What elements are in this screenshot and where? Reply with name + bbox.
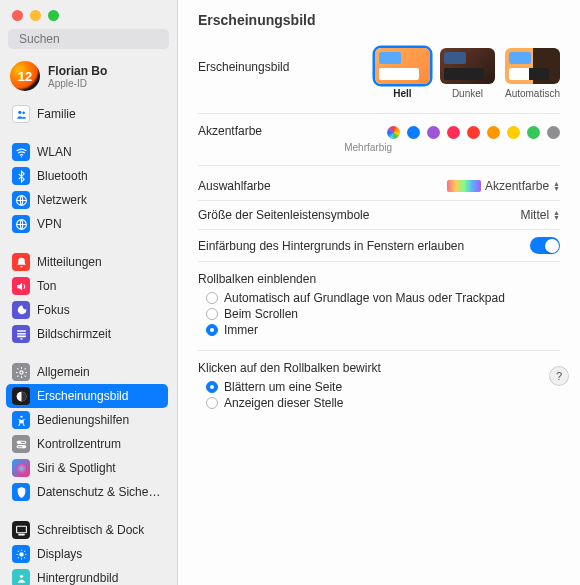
vpn-icon xyxy=(12,215,30,233)
network-icon xyxy=(12,191,30,209)
scrollbars-option[interactable]: Beim Scrollen xyxy=(198,306,560,322)
mode-preview xyxy=(440,48,495,84)
wlan-icon xyxy=(12,143,30,161)
accent-color-swatch[interactable] xyxy=(467,126,480,139)
appearance-mode-auto[interactable]: Automatisch xyxy=(505,48,560,99)
radio-label: Beim Scrollen xyxy=(224,307,298,321)
highlight-value: Akzentfarbe xyxy=(485,179,549,193)
accent-color-swatch[interactable] xyxy=(487,126,500,139)
scrollclick-option[interactable]: Blättern um eine Seite xyxy=(198,379,560,395)
settings-window: 12 Florian Bo Apple-ID FamilieWLANBlueto… xyxy=(0,0,580,585)
tinting-label: Einfärbung des Hintergrunds in Fenstern … xyxy=(198,239,464,253)
sidebar-item-wallpaper[interactable]: Hintergrundbild xyxy=(6,566,168,585)
sidebar-item-label: Bedienungshilfen xyxy=(37,413,129,427)
sidebar-item-label: Siri & Spotlight xyxy=(37,461,116,475)
wallpaper-icon xyxy=(12,569,30,585)
sidebar: 12 Florian Bo Apple-ID FamilieWLANBlueto… xyxy=(0,0,178,585)
accent-color-swatch[interactable] xyxy=(387,126,400,139)
notifications-icon xyxy=(12,253,30,271)
mode-preview xyxy=(505,48,560,84)
accent-color-swatch[interactable] xyxy=(407,126,420,139)
sidebar-icon-size-row: Größe der Seitenleistensymbole Mittel ▲▼ xyxy=(198,201,560,230)
sidebar-item-focus[interactable]: Fokus xyxy=(6,298,168,322)
svg-point-18 xyxy=(19,574,22,577)
privacy-icon xyxy=(12,483,30,501)
apple-id-sub: Apple-ID xyxy=(48,78,107,89)
radio-icon xyxy=(206,324,218,336)
svg-point-4 xyxy=(20,156,21,157)
sidebar-item-privacy[interactable]: Datenschutz & Sicherheit xyxy=(6,480,168,504)
radio-label: Automatisch auf Grundlage von Maus oder … xyxy=(224,291,505,305)
search-field[interactable] xyxy=(8,29,169,49)
sidebar-item-notifications[interactable]: Mitteilungen xyxy=(6,250,168,274)
sidebar-item-controlcenter[interactable]: Kontrollzentrum xyxy=(6,432,168,456)
accent-color-swatch[interactable] xyxy=(447,126,460,139)
accent-sublabel: Mehrfarbig xyxy=(198,142,560,153)
sidebar-item-family[interactable]: Familie xyxy=(6,102,168,126)
scrollbars-option[interactable]: Immer xyxy=(198,322,560,338)
general-icon xyxy=(12,363,30,381)
bluetooth-icon xyxy=(12,167,30,185)
sidebar-item-wlan[interactable]: WLAN xyxy=(6,140,168,164)
sound-icon xyxy=(12,277,30,295)
accent-color-swatch[interactable] xyxy=(527,126,540,139)
sidebar-item-accessibility[interactable]: Bedienungshilfen xyxy=(6,408,168,432)
svg-rect-16 xyxy=(18,533,25,535)
page-title: Erscheinungsbild xyxy=(178,0,580,44)
scrollbars-option[interactable]: Automatisch auf Grundlage von Maus oder … xyxy=(198,290,560,306)
search-input[interactable] xyxy=(19,32,169,46)
mode-preview xyxy=(375,48,430,84)
scrollclick-group: Klicken auf den Rollbalken bewirkt Blätt… xyxy=(198,351,560,423)
accent-row: Akzentfarbe Mehrfarbig xyxy=(198,124,560,166)
mode-label: Automatisch xyxy=(505,88,560,99)
accent-color-swatch[interactable] xyxy=(507,126,520,139)
sidebar-item-label: Erscheinungsbild xyxy=(37,389,128,403)
svg-point-12 xyxy=(18,441,20,443)
scrollclick-option[interactable]: Anzeigen dieser Stelle xyxy=(198,395,560,411)
help-button[interactable]: ? xyxy=(550,367,568,385)
sidebar-item-appearance[interactable]: Erscheinungsbild xyxy=(6,384,168,408)
content-pane: Erscheinungsbild Erscheinungsbild HellDu… xyxy=(178,0,580,585)
apple-id-name: Florian Bo xyxy=(48,64,107,78)
sidebar-item-general[interactable]: Allgemein xyxy=(6,360,168,384)
sidebar-icon-size-dropdown[interactable]: Mittel ▲▼ xyxy=(520,208,560,222)
zoom-icon[interactable] xyxy=(48,10,59,21)
accent-color-swatch[interactable] xyxy=(547,126,560,139)
highlight-dropdown[interactable]: Akzentfarbe ▲▼ xyxy=(447,179,560,193)
apple-id-row[interactable]: 12 Florian Bo Apple-ID xyxy=(0,57,177,99)
appearance-modes: HellDunkelAutomatisch xyxy=(375,48,560,99)
sidebar-item-label: Netzwerk xyxy=(37,193,87,207)
radio-label: Anzeigen dieser Stelle xyxy=(224,396,343,410)
sidebar-item-siri[interactable]: Siri & Spotlight xyxy=(6,456,168,480)
sidebar-item-bluetooth[interactable]: Bluetooth xyxy=(6,164,168,188)
sidebar-item-displays[interactable]: Displays xyxy=(6,542,168,566)
radio-icon xyxy=(206,308,218,320)
sidebar-item-vpn[interactable]: VPN xyxy=(6,212,168,236)
radio-label: Blättern um eine Seite xyxy=(224,380,342,394)
svg-rect-15 xyxy=(16,526,26,533)
highlight-label: Auswahlfarbe xyxy=(198,179,271,193)
sidebar-item-label: Fokus xyxy=(37,303,70,317)
accessibility-icon xyxy=(12,411,30,429)
sidebar-item-label: Mitteilungen xyxy=(37,255,102,269)
sidebar-item-network[interactable]: Netzwerk xyxy=(6,188,168,212)
sidebar-item-desktop-dock[interactable]: Schreibtisch & Dock xyxy=(6,518,168,542)
window-controls xyxy=(0,0,177,27)
tinting-toggle[interactable] xyxy=(530,237,560,254)
sidebar-item-label: Datenschutz & Sicherheit xyxy=(37,485,162,499)
appearance-mode-light[interactable]: Hell xyxy=(375,48,430,99)
sidebar-item-label: Allgemein xyxy=(37,365,90,379)
sidebar-item-screentime[interactable]: Bildschirmzeit xyxy=(6,322,168,346)
sidebar-list[interactable]: FamilieWLANBluetoothNetzwerkVPNMitteilun… xyxy=(0,99,177,585)
minimize-icon[interactable] xyxy=(30,10,41,21)
appearance-mode-dark[interactable]: Dunkel xyxy=(440,48,495,99)
sidebar-item-label: Displays xyxy=(37,547,82,561)
sidebar-item-sound[interactable]: Ton xyxy=(6,274,168,298)
close-icon[interactable] xyxy=(12,10,23,21)
svg-point-14 xyxy=(16,463,26,473)
accent-color-swatch[interactable] xyxy=(427,126,440,139)
svg-point-7 xyxy=(19,370,22,373)
mode-label: Dunkel xyxy=(440,88,495,99)
screentime-icon xyxy=(12,325,30,343)
controlcenter-icon xyxy=(12,435,30,453)
